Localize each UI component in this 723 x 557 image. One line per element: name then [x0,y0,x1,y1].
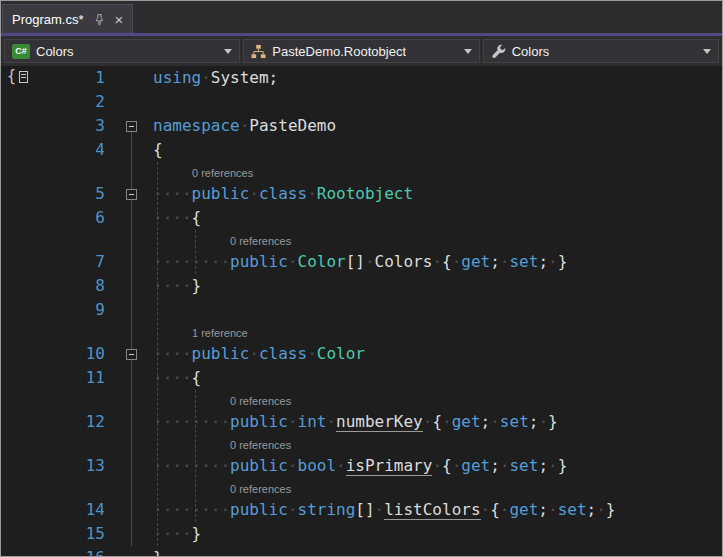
codelens-row: 0 references [1,230,722,250]
code-text[interactable]: ········public·Color[]·Colors·{·get;·set… [145,250,722,274]
member-dropdown-label: Colors [512,44,550,59]
glyph-margin [1,454,29,478]
code-text[interactable]: ····{ [145,206,722,230]
line-number: 10 [29,342,117,366]
glyph-margin [1,298,29,322]
code-line-14[interactable]: 14········public·string[]·listColors·{·g… [1,498,722,522]
outlining-margin [117,250,145,274]
project-dropdown[interactable]: C# Colors [4,39,240,63]
project-dropdown-label: Colors [36,44,74,59]
code-editor[interactable]: { 1using·System;23namespace·PasteDemo4{0… [1,66,722,556]
document-icon [19,71,28,83]
chevron-down-icon[interactable] [703,49,711,54]
code-line-7[interactable]: 7········public·Color[]·Colors·{·get;·se… [1,250,722,274]
line-number: 8 [29,274,117,298]
codelens-references[interactable]: 0 references [230,391,291,411]
code-text[interactable]: ········public·string[]·listColors·{·get… [145,498,722,522]
code-text[interactable]: ····} [145,274,722,298]
code-line-12[interactable]: 12········public·int·numberKey·{·get;·se… [1,410,722,434]
outlining-margin [117,114,145,138]
code-line-1[interactable]: 1using·System; [1,66,722,90]
line-number: 6 [29,206,117,230]
code-text[interactable]: } [145,546,722,556]
code-line-15[interactable]: 15····} [1,522,722,546]
codelens-row: 0 references [1,434,722,454]
glyph-margin [1,522,29,546]
outlining-margin [117,182,145,206]
line-number: 15 [29,522,117,546]
chevron-down-icon[interactable] [464,49,472,54]
code-text[interactable]: { [145,138,722,162]
outlining-margin [117,138,145,162]
line-number: 2 [29,90,117,114]
line-number: 13 [29,454,117,478]
outlining-margin [117,206,145,230]
tab-program-cs[interactable]: Program.cs* × [2,4,133,33]
fold-collapse-button[interactable] [126,189,137,200]
code-text[interactable]: ········public·int·numberKey·{·get;·set;… [145,410,722,434]
codelens-references[interactable]: 0 references [230,435,291,455]
code-line-13[interactable]: 13········public·bool·isPrimary·{·get;·s… [1,454,722,478]
code-line-4[interactable]: 4{ [1,138,722,162]
code-text[interactable]: ····{ [145,366,722,390]
csharp-project-icon: C# [12,44,30,59]
wrench-icon [491,44,506,59]
codelens-references[interactable]: 0 references [192,163,253,183]
line-number: 11 [29,366,117,390]
close-icon[interactable]: × [115,12,124,27]
line-number: 1 [29,66,117,90]
outlining-margin [117,498,145,522]
codelens-row: 0 references [1,390,722,410]
tab-title: Program.cs* [12,12,84,27]
code-text[interactable] [145,90,722,114]
line-number: 12 [29,410,117,434]
class-icon [251,44,266,59]
glyph-margin [1,250,29,274]
code-line-2[interactable]: 2 [1,90,722,114]
outlining-margin [117,66,145,90]
code-line-3[interactable]: 3namespace·PasteDemo [1,114,722,138]
outlining-margin [117,342,145,366]
glyph-margin [1,498,29,522]
type-dropdown[interactable]: PasteDemo.Rootobject [243,39,479,63]
code-text[interactable]: using·System; [145,66,722,90]
code-line-16[interactable]: 16} [1,546,722,556]
line-number: 9 [29,298,117,322]
code-line-9[interactable]: 9 [1,298,722,322]
glyph-margin [1,206,29,230]
code-line-10[interactable]: 10····public·class·Color [1,342,722,366]
line-number: 14 [29,498,117,522]
codelens-references[interactable]: 0 references [230,479,291,499]
code-text[interactable]: ····public·class·Rootobject [145,182,722,206]
glyph-margin [1,410,29,434]
chevron-down-icon[interactable] [224,49,232,54]
line-number: 5 [29,182,117,206]
outlining-margin [117,454,145,478]
code-text[interactable] [145,298,722,322]
outlining-margin [117,410,145,434]
codelens-references[interactable]: 0 references [230,231,291,251]
outlining-margin [117,90,145,114]
line-number: 3 [29,114,117,138]
code-text[interactable]: ········public·bool·isPrimary·{·get;·set… [145,454,722,478]
fold-collapse-button[interactable] [126,121,137,132]
vs-editor-window: Program.cs* × C# Colors PasteDemo.Rootob… [0,0,723,557]
codelens-references[interactable]: 1 reference [192,323,248,343]
pin-icon[interactable] [93,13,106,26]
code-line-8[interactable]: 8····} [1,274,722,298]
code-line-6[interactable]: 6····{ [1,206,722,230]
glyph-margin [1,138,29,162]
line-number: 16 [29,546,117,556]
member-dropdown[interactable]: Colors [483,39,719,63]
code-text[interactable]: ····} [145,522,722,546]
glyph-margin [1,274,29,298]
fold-collapse-button[interactable] [126,349,137,360]
code-line-11[interactable]: 11····{ [1,366,722,390]
editor-margin-adornment[interactable]: { [7,69,28,84]
code-text[interactable]: ····public·class·Color [145,342,722,366]
code-text[interactable]: namespace·PasteDemo [145,114,722,138]
codelens-row: 0 references [1,478,722,498]
code-lines: 1using·System;23namespace·PasteDemo4{0 r… [1,66,722,556]
code-line-5[interactable]: 5····public·class·Rootobject [1,182,722,206]
glyph-margin [1,90,29,114]
